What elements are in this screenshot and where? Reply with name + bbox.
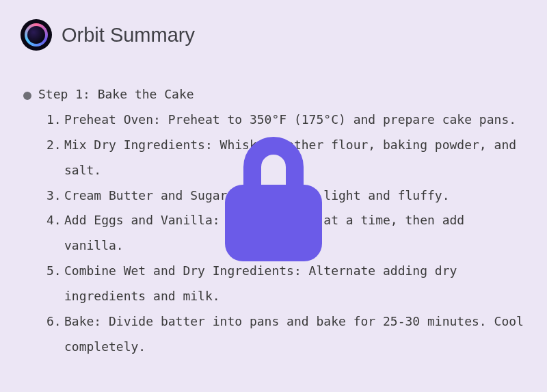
step-list: 1. Preheat Oven: Preheat to 350°F (175°C…	[46, 107, 526, 360]
list-item: 6. Bake: Divide batter into pans and bak…	[46, 309, 526, 360]
list-item-text: Combine Wet and Dry Ingredients: Alterna…	[64, 259, 526, 309]
orbit-logo-icon	[21, 19, 52, 51]
step-heading-row: Step 1: Bake the Cake	[23, 82, 526, 107]
bullet-icon	[23, 92, 31, 100]
summary-content: Step 1: Bake the Cake 1. Preheat Oven: P…	[21, 82, 526, 360]
header: Orbit Summary	[21, 19, 526, 51]
list-item-number: 3.	[46, 183, 64, 209]
list-item-number: 4.	[46, 208, 64, 233]
list-item-text: Preheat Oven: Preheat to 350°F (175°C) a…	[64, 107, 526, 133]
step-title: Step 1: Bake the Cake	[38, 82, 194, 107]
list-item-text: Mix Dry Ingredients: Whisk together flou…	[64, 133, 526, 183]
list-item: 3. Cream Butter and Sugar: Beat until li…	[46, 183, 526, 209]
list-item: 4. Add Eggs and Vanilla: Add eggs one at…	[46, 208, 526, 259]
list-item: 5. Combine Wet and Dry Ingredients: Alte…	[46, 259, 526, 309]
list-item-text: Cream Butter and Sugar: Beat until light…	[64, 183, 526, 209]
list-item: 1. Preheat Oven: Preheat to 350°F (175°C…	[46, 107, 526, 133]
list-item-number: 6.	[46, 309, 64, 335]
page-title: Orbit Summary	[62, 24, 195, 47]
list-item-number: 1.	[46, 107, 64, 133]
list-item-number: 2.	[46, 133, 64, 158]
list-item-text: Bake: Divide batter into pans and bake f…	[64, 309, 526, 360]
list-item: 2. Mix Dry Ingredients: Whisk together f…	[46, 133, 526, 183]
list-item-number: 5.	[46, 259, 64, 284]
list-item-text: Add Eggs and Vanilla: Add eggs one at a …	[64, 208, 526, 259]
